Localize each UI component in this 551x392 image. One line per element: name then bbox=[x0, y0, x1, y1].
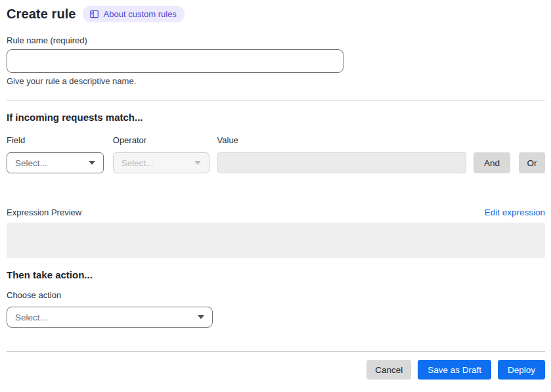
chevron-down-icon bbox=[194, 161, 201, 165]
chevron-down-icon bbox=[89, 161, 95, 165]
choose-action-label: Choose action bbox=[7, 290, 545, 300]
value-label: Value bbox=[217, 135, 466, 145]
about-custom-rules-badge[interactable]: About custom rules bbox=[83, 6, 185, 22]
operator-label: Operator bbox=[113, 135, 209, 145]
header: Create rule About custom rules bbox=[7, 5, 545, 22]
value-input bbox=[217, 152, 466, 173]
operator-select: Select... bbox=[113, 152, 209, 173]
field-select-placeholder: Select... bbox=[15, 158, 47, 168]
deploy-button[interactable]: Deploy bbox=[498, 360, 545, 380]
edit-expression-link[interactable]: Edit expression bbox=[485, 207, 545, 217]
connector-buttons: And Or bbox=[474, 152, 545, 173]
operator-select-placeholder: Select... bbox=[121, 158, 154, 168]
about-custom-rules-label: About custom rules bbox=[104, 10, 177, 18]
rule-name-section: Rule name (required) Give your rule a de… bbox=[7, 35, 545, 86]
expression-preview-label: Expression Preview bbox=[7, 207, 81, 217]
match-controls-row: Field Select... Operator Select... Value… bbox=[7, 135, 545, 173]
expression-preview-box bbox=[7, 223, 545, 258]
footer-divider bbox=[7, 351, 545, 352]
save-as-draft-button[interactable]: Save as Draft bbox=[418, 360, 491, 380]
rule-name-label: Rule name (required) bbox=[7, 35, 545, 45]
expression-preview-header: Expression Preview Edit expression bbox=[7, 207, 545, 217]
operator-column: Operator Select... bbox=[113, 135, 209, 173]
book-icon bbox=[89, 9, 99, 19]
action-select[interactable]: Select... bbox=[7, 307, 213, 328]
section-divider bbox=[7, 100, 545, 100]
value-column: Value bbox=[217, 135, 466, 173]
create-rule-page: Create rule About custom rules Rule name… bbox=[0, 0, 551, 392]
footer-actions: Cancel Save as Draft Deploy bbox=[7, 360, 545, 380]
and-button[interactable]: And bbox=[474, 152, 510, 173]
match-section-heading: If incoming requests match... bbox=[7, 112, 545, 123]
or-button[interactable]: Or bbox=[519, 152, 545, 173]
cancel-button[interactable]: Cancel bbox=[366, 360, 411, 380]
chevron-down-icon bbox=[198, 315, 204, 319]
action-select-placeholder: Select... bbox=[15, 313, 47, 322]
page-title: Create rule bbox=[7, 7, 76, 22]
field-label: Field bbox=[7, 135, 104, 145]
rule-name-helper: Give your rule a descriptive name. bbox=[7, 76, 545, 86]
field-column: Field Select... bbox=[7, 135, 104, 173]
action-section-heading: Then take action... bbox=[7, 269, 545, 280]
rule-name-input[interactable] bbox=[7, 49, 343, 73]
field-select[interactable]: Select... bbox=[7, 152, 104, 173]
